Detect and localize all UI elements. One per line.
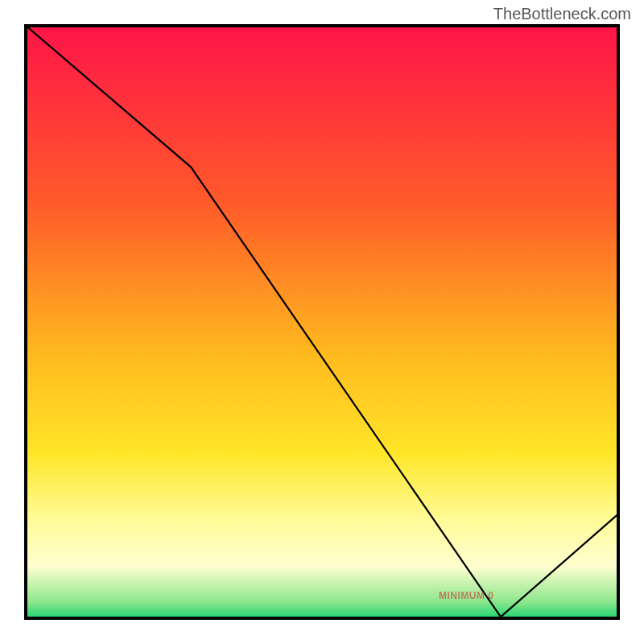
minimum-annotation: MINIMUM 0	[439, 590, 494, 601]
chart-frame	[24, 24, 620, 620]
watermark-text: TheBottleneck.com	[493, 5, 631, 23]
